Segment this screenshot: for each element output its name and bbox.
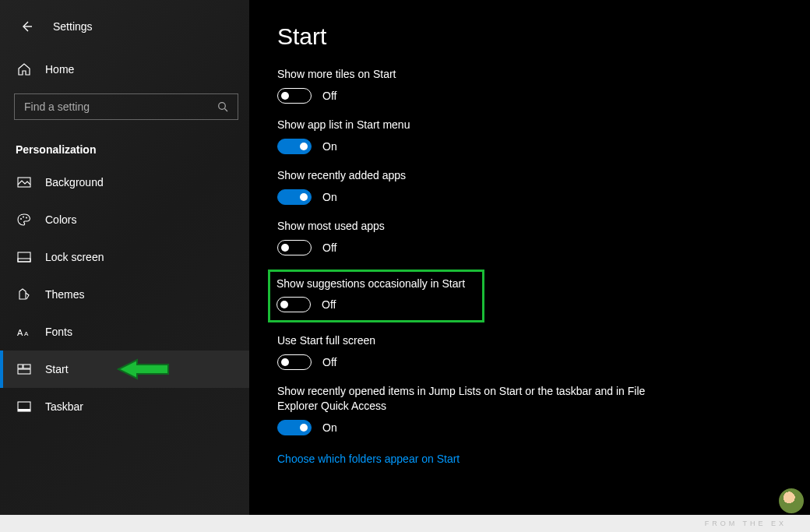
toggle-state: Off (322, 298, 336, 311)
search-input[interactable] (24, 100, 217, 113)
sidebar-item-label: Start (45, 363, 69, 375)
svg-point-2 (20, 218, 22, 220)
svg-marker-12 (118, 360, 168, 379)
toggle-full-screen[interactable] (277, 354, 312, 370)
sidebar-item-label: Background (45, 176, 104, 188)
setting-label: Show suggestions occasionally in Start (276, 277, 474, 291)
setting-show-app-list: Show app list in Start menu On (277, 118, 782, 154)
setting-most-used: Show most used apps Off (277, 219, 782, 255)
svg-rect-6 (18, 259, 30, 262)
setting-full-screen: Use Start full screen Off (277, 333, 782, 370)
choose-folders-link[interactable]: Choose which folders appear on Start (277, 453, 460, 465)
toggle-state: Off (322, 356, 336, 368)
sidebar-item-fonts[interactable]: AA Fonts (0, 313, 249, 351)
toggle-suggestions[interactable] (276, 297, 311, 312)
annotation-arrow-icon (115, 357, 171, 382)
sidebar-item-background[interactable]: Background (0, 164, 249, 201)
palette-icon (17, 213, 37, 226)
svg-rect-10 (23, 365, 30, 368)
setting-jump-lists: Show recently opened items in Jump Lists… (277, 384, 782, 435)
sidebar-item-label: Fonts (45, 326, 72, 338)
svg-rect-9 (18, 365, 23, 368)
arrow-left-icon (19, 19, 33, 33)
toggle-state: On (322, 191, 337, 203)
toggle-state: On (322, 140, 337, 153)
svg-rect-14 (18, 409, 30, 411)
sidebar: Settings Home Personalization Background (0, 0, 249, 515)
start-icon (17, 364, 37, 375)
toggle-recently-added[interactable] (277, 189, 312, 205)
page-title: Start (277, 23, 782, 50)
sidebar-item-label: Colors (45, 213, 76, 226)
setting-label: Show app list in Start menu (277, 118, 651, 132)
svg-rect-11 (18, 369, 30, 374)
setting-recently-added: Show recently added apps On (277, 168, 782, 205)
watermark-text: FROM THE EX (705, 520, 787, 527)
home-icon (17, 62, 37, 76)
settings-window: Settings Home Personalization Background (0, 0, 810, 532)
sidebar-item-colors[interactable]: Colors (0, 201, 249, 238)
back-button[interactable] (14, 14, 39, 39)
toggle-state: On (322, 421, 337, 434)
sidebar-item-label: Themes (45, 288, 85, 301)
titlebar: Settings (0, 14, 249, 53)
home-label: Home (45, 63, 74, 76)
toggle-most-used[interactable] (277, 240, 312, 255)
app-title: Settings (53, 20, 93, 33)
setting-suggestions: Show suggestions occasionally in Start O… (276, 277, 474, 313)
setting-label: Show more tiles on Start (277, 67, 651, 82)
sidebar-item-taskbar[interactable]: Taskbar (0, 388, 249, 425)
lockscreen-icon (17, 252, 37, 262)
setting-label: Show recently opened items in Jump Lists… (277, 384, 651, 414)
sidebar-home[interactable]: Home (0, 53, 249, 86)
toggle-jump-lists[interactable] (277, 420, 312, 435)
svg-point-3 (23, 217, 24, 218)
setting-label: Show most used apps (277, 219, 651, 234)
sidebar-category: Personalization (0, 129, 249, 164)
toggle-show-app-list[interactable] (277, 139, 312, 154)
svg-text:A: A (17, 328, 23, 337)
main-content: Start Show more tiles on Start Off Show … (249, 0, 810, 515)
avatar-icon (779, 488, 804, 513)
sidebar-item-lockscreen[interactable]: Lock screen (0, 238, 249, 276)
sidebar-item-label: Taskbar (45, 400, 83, 413)
picture-icon (17, 177, 37, 188)
svg-point-0 (219, 103, 226, 110)
footer-bar: FROM THE EX (0, 515, 810, 532)
setting-show-more-tiles: Show more tiles on Start Off (277, 67, 782, 104)
search-icon (217, 101, 228, 112)
sidebar-item-label: Lock screen (45, 251, 104, 263)
toggle-state: Off (322, 241, 336, 254)
themes-icon (17, 288, 37, 301)
sidebar-item-themes[interactable]: Themes (0, 276, 249, 313)
svg-point-4 (26, 217, 27, 219)
fonts-icon: AA (17, 326, 37, 337)
annotation-highlight-box: Show suggestions occasionally in Start O… (268, 270, 484, 323)
toggle-show-more-tiles[interactable] (277, 88, 312, 104)
svg-rect-5 (18, 252, 30, 262)
taskbar-icon (17, 401, 37, 412)
search-box[interactable] (14, 93, 238, 120)
sidebar-item-start[interactable]: Start (0, 351, 249, 388)
setting-label: Use Start full screen (277, 333, 651, 348)
svg-text:A: A (24, 330, 29, 337)
setting-label: Show recently added apps (277, 168, 651, 183)
search-wrap (0, 86, 249, 129)
toggle-state: Off (322, 90, 336, 102)
